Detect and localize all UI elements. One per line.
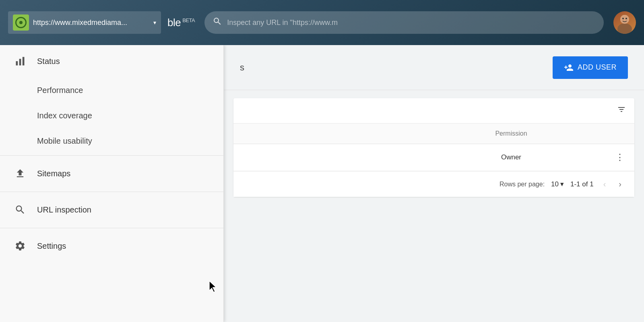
app-title: bleBETA <box>167 17 195 29</box>
site-favicon <box>13 14 29 31</box>
sidebar-label-performance: Performance <box>37 86 83 95</box>
upload-icon <box>13 166 27 181</box>
svg-rect-6 <box>19 59 21 65</box>
top-bar: https://www.mixedmediama... ▾ bleBETA <box>0 0 644 45</box>
beta-badge: BETA <box>182 17 195 23</box>
users-table-container: Permission Owner ⋮ Rows per page: 10 ▾ 1… <box>233 98 634 197</box>
sidebar-label-mobile-usability: Mobile usability <box>37 136 92 146</box>
svg-rect-5 <box>16 61 18 66</box>
table-toolbar <box>233 98 634 124</box>
site-selector[interactable]: https://www.mixedmediama... ▾ <box>8 11 161 34</box>
add-user-icon <box>564 63 574 72</box>
sidebar-item-url-inspection[interactable]: URL inspection <box>0 194 223 226</box>
gear-icon <box>13 239 27 253</box>
prev-page-button[interactable]: ‹ <box>600 178 609 190</box>
table-header: Permission <box>233 124 634 144</box>
rows-dropdown-arrow: ▾ <box>560 180 564 188</box>
sidebar-item-mobile-usability[interactable]: Mobile usability <box>0 128 223 154</box>
sidebar-divider-1 <box>0 155 223 156</box>
filter-icon[interactable] <box>617 105 626 117</box>
sidebar-item-index-coverage[interactable]: Index coverage <box>0 103 223 128</box>
row-actions-icon[interactable]: ⋮ <box>601 152 625 163</box>
sidebar-item-settings[interactable]: Settings <box>0 230 223 262</box>
search-icon <box>213 17 222 29</box>
main-content: s ADD USER Permission Owner <box>224 45 644 322</box>
sidebar-label-url-inspection: URL inspection <box>37 205 91 215</box>
favicon-ring <box>15 17 27 28</box>
cell-permission: Owner <box>422 153 601 161</box>
sidebar-label-settings: Settings <box>37 242 66 251</box>
rows-per-page-label: Rows per page: <box>500 181 545 188</box>
rows-per-page-select[interactable]: 10 ▾ <box>551 180 564 188</box>
svg-point-1 <box>617 23 632 34</box>
page-title: s <box>240 62 244 73</box>
dropdown-arrow-icon: ▾ <box>153 19 156 26</box>
next-page-button[interactable]: › <box>615 178 625 190</box>
add-user-label: ADD USER <box>578 63 617 72</box>
col-user <box>243 130 422 137</box>
table-row: Owner ⋮ <box>233 144 634 171</box>
pagination: Rows per page: 10 ▾ 1-1 of 1 ‹ › <box>233 171 634 197</box>
site-url: https://www.mixedmediama... <box>33 19 150 27</box>
search-icon <box>13 202 27 217</box>
svg-point-4 <box>625 18 627 19</box>
sidebar-divider-3 <box>0 228 223 228</box>
svg-point-2 <box>620 15 629 24</box>
col-actions <box>601 130 625 137</box>
search-bar[interactable] <box>204 11 604 34</box>
avatar-image <box>613 11 636 34</box>
page-header: s ADD USER <box>224 45 644 90</box>
svg-rect-7 <box>23 57 25 66</box>
sidebar-label-sitemaps: Sitemaps <box>37 169 70 178</box>
sidebar: Status Performance Index coverage Mobile… <box>0 45 224 322</box>
sidebar-label-index-coverage: Index coverage <box>37 111 92 120</box>
url-search-input[interactable] <box>227 19 596 27</box>
avatar[interactable] <box>613 11 636 34</box>
page-range: 1-1 of 1 <box>570 180 594 188</box>
sidebar-item-status[interactable]: Status <box>0 45 223 78</box>
svg-point-3 <box>622 18 624 19</box>
add-user-button[interactable]: ADD USER <box>553 56 628 79</box>
col-permission: Permission <box>422 130 601 137</box>
favicon-dot <box>19 21 23 24</box>
sidebar-item-sitemaps[interactable]: Sitemaps <box>0 157 223 190</box>
sidebar-label-status: Status <box>37 57 60 66</box>
bar-chart-icon <box>13 54 27 68</box>
sidebar-divider-2 <box>0 192 223 192</box>
sidebar-item-performance[interactable]: Performance <box>0 78 223 103</box>
